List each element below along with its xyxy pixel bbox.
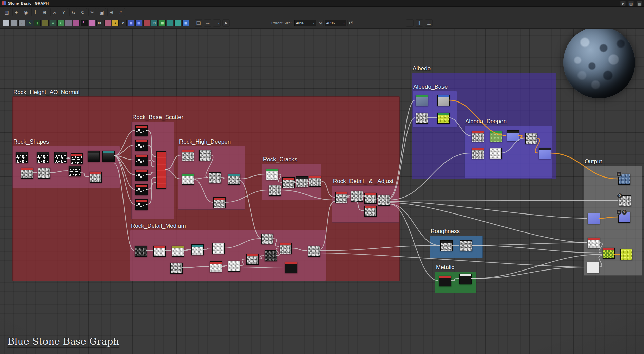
size-reset-icon[interactable]: ↺ bbox=[347, 20, 354, 26]
zoom-icon[interactable]: ⊕ bbox=[41, 8, 49, 16]
graph-node[interactable] bbox=[228, 261, 240, 272]
graph-node[interactable] bbox=[282, 177, 295, 188]
graph-node[interactable] bbox=[364, 206, 377, 217]
graph-node[interactable] bbox=[135, 246, 147, 257]
normal-node-icon[interactable]: ▦ bbox=[159, 20, 166, 26]
graph-node[interactable] bbox=[228, 174, 240, 185]
pixel-processor-node-icon[interactable] bbox=[65, 20, 72, 26]
graph-node[interactable] bbox=[172, 246, 184, 257]
cut-wire-icon[interactable]: ✂ bbox=[88, 8, 96, 16]
transform-node-icon[interactable]: ▦ bbox=[128, 20, 134, 26]
graph-node[interactable] bbox=[135, 140, 148, 151]
graph-node[interactable] bbox=[416, 113, 428, 124]
graph-node[interactable]: ⚙ bbox=[618, 174, 630, 185]
graph-node[interactable] bbox=[378, 195, 390, 206]
graph-node[interactable] bbox=[246, 254, 259, 265]
camera-icon[interactable]: ◉ bbox=[22, 8, 30, 16]
graph-node[interactable] bbox=[472, 148, 484, 159]
output-gear-icon[interactable]: ⚙ bbox=[622, 209, 627, 215]
comment-icon[interactable]: ❏ bbox=[195, 19, 202, 27]
graph-node[interactable]: ⚙ bbox=[619, 195, 631, 206]
graph-node[interactable] bbox=[90, 172, 102, 183]
graph-node[interactable] bbox=[209, 172, 221, 183]
graph-node[interactable] bbox=[440, 240, 453, 251]
graph-node[interactable] bbox=[269, 185, 281, 196]
graph-node[interactable] bbox=[182, 150, 194, 161]
graph-node[interactable] bbox=[88, 151, 100, 162]
dot-pair-icon[interactable]: ∷ bbox=[406, 19, 414, 27]
graph-node[interactable] bbox=[364, 193, 377, 204]
graph-node[interactable] bbox=[603, 248, 615, 259]
graph-node[interactable] bbox=[437, 95, 450, 106]
graph-node[interactable] bbox=[587, 262, 599, 273]
frame-roughness[interactable]: Roughness bbox=[430, 236, 483, 258]
warp-node-icon[interactable] bbox=[104, 20, 111, 26]
output-gear-icon[interactable]: ⚙ bbox=[617, 193, 622, 199]
tile-generator-node-icon[interactable]: ● bbox=[57, 20, 64, 26]
3d-preview-sphere[interactable] bbox=[563, 26, 635, 98]
histogram-01-node-icon[interactable]: 01 bbox=[151, 20, 158, 26]
snap-grid-icon[interactable]: # bbox=[117, 8, 125, 16]
layout-icon[interactable]: ▦ bbox=[637, 1, 642, 6]
graph-node[interactable] bbox=[135, 125, 148, 136]
graph-node[interactable] bbox=[135, 155, 148, 166]
select-tool-icon[interactable]: ▧ bbox=[3, 8, 11, 16]
graph-node[interactable] bbox=[507, 130, 519, 141]
graph-node[interactable] bbox=[191, 244, 204, 255]
graph-node[interactable] bbox=[261, 234, 273, 244]
graph-node[interactable] bbox=[102, 151, 115, 162]
pin-icon[interactable]: ➤ bbox=[222, 19, 230, 27]
reorganize-icon[interactable]: ⇆ bbox=[69, 8, 77, 16]
graph-node[interactable] bbox=[351, 191, 363, 202]
slider-icon[interactable]: ‖ bbox=[416, 19, 423, 27]
text-a-node-icon[interactable]: A bbox=[120, 20, 127, 26]
display-grid-icon[interactable]: ⊞ bbox=[107, 8, 115, 16]
graph-node[interactable] bbox=[153, 246, 166, 257]
warning-node-icon[interactable]: ▲ bbox=[112, 20, 119, 26]
levels-01-node-icon[interactable]: 01 bbox=[96, 20, 103, 26]
graph-node[interactable] bbox=[54, 152, 67, 163]
graph-node[interactable] bbox=[472, 131, 484, 142]
graph-node[interactable] bbox=[588, 238, 600, 248]
graph-node[interactable] bbox=[71, 153, 83, 164]
graph-node[interactable] bbox=[439, 276, 451, 286]
graph-node[interactable] bbox=[170, 263, 183, 274]
pin-view-icon[interactable]: ➤ bbox=[620, 1, 626, 6]
dock-panel-icon[interactable]: ▤ bbox=[628, 1, 634, 6]
graph-node[interactable] bbox=[308, 246, 320, 257]
graph-node[interactable] bbox=[309, 176, 321, 187]
height-node-icon[interactable]: ▥ bbox=[182, 20, 189, 26]
graph-node[interactable] bbox=[212, 243, 225, 254]
graph-node[interactable] bbox=[266, 169, 278, 180]
graph-node[interactable] bbox=[199, 150, 211, 161]
graph-node[interactable] bbox=[156, 151, 166, 189]
graph-canvas[interactable]: Rock_Height_AO_NormalRock_ShapesRock_Bas… bbox=[0, 0, 644, 354]
parent-size-width-select[interactable]: 4096 ▾ bbox=[294, 20, 316, 26]
graph-node[interactable] bbox=[135, 184, 148, 195]
graph-node[interactable] bbox=[213, 197, 226, 208]
output-gear-icon[interactable]: ⚙ bbox=[616, 171, 622, 177]
graph-node[interactable] bbox=[437, 113, 450, 124]
graph-node[interactable] bbox=[459, 274, 472, 284]
info-icon[interactable]: i bbox=[31, 8, 39, 16]
graph-node[interactable] bbox=[620, 249, 632, 260]
graph-node[interactable] bbox=[588, 213, 600, 224]
graph-node[interactable] bbox=[460, 240, 472, 251]
graph-node[interactable] bbox=[135, 199, 148, 210]
curve-node-icon[interactable]: ∿ bbox=[26, 20, 33, 26]
graph-node[interactable] bbox=[285, 262, 297, 273]
blur-node-icon[interactable] bbox=[89, 20, 95, 26]
graph-node[interactable]: ⚙⚙ bbox=[618, 212, 630, 223]
graph-node[interactable] bbox=[21, 168, 33, 179]
graph-node[interactable] bbox=[416, 95, 428, 106]
graph-node[interactable] bbox=[210, 261, 222, 272]
branch-icon[interactable]: Y bbox=[60, 8, 68, 16]
dot-link-icon[interactable]: ⊸ bbox=[204, 19, 211, 27]
graph-node[interactable] bbox=[525, 133, 537, 144]
hsl-node-icon[interactable] bbox=[143, 20, 150, 26]
graph-node[interactable] bbox=[296, 176, 308, 187]
text-node-icon[interactable] bbox=[42, 20, 49, 26]
graph-node[interactable] bbox=[280, 243, 292, 254]
rotate-icon[interactable]: ↻ bbox=[79, 8, 87, 16]
graph-node[interactable] bbox=[16, 152, 28, 163]
